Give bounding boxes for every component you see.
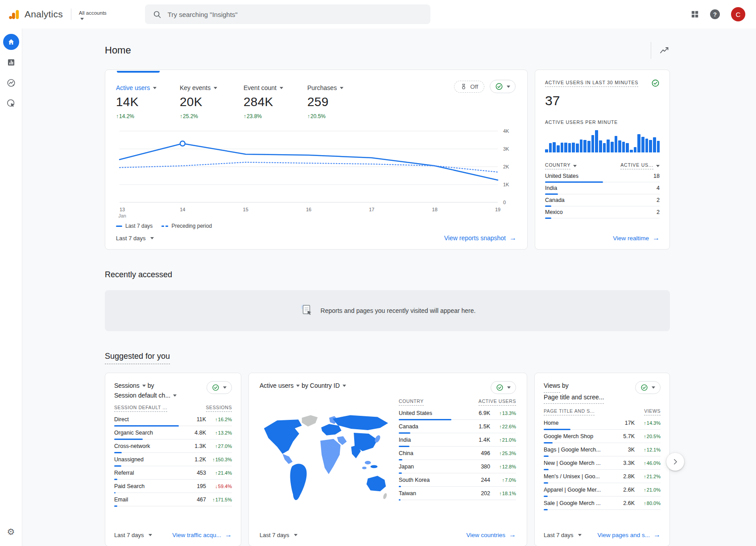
- data-quality-control[interactable]: [635, 381, 661, 394]
- table-row[interactable]: India 4: [545, 182, 660, 194]
- table-row[interactable]: Unassigned 1.2K 150.3%: [114, 453, 232, 466]
- metric-tab-purchases[interactable]: Purchases 259 20.5%: [307, 84, 371, 119]
- view-reports-snapshot-link[interactable]: View reports snapshot→: [444, 234, 516, 242]
- sidebar-item-advertising[interactable]: [3, 95, 19, 111]
- sidebar-item-home[interactable]: [3, 34, 19, 50]
- metric-tab-event-count[interactable]: Event count 284K 23.8%: [244, 84, 307, 119]
- metric-column-header[interactable]: ACTIVE USERS: [479, 398, 516, 406]
- row-label: Organic Search: [114, 430, 187, 436]
- table-row[interactable]: Email 467 171.5%: [114, 493, 232, 506]
- table-row[interactable]: Bags | Google Merch... 3K 12.1%: [544, 443, 661, 456]
- dimension-column-header[interactable]: PAGE TITLE AND S...: [544, 408, 595, 415]
- view-traffic-acquisition-link[interactable]: View traffic acqu...→: [172, 531, 232, 539]
- apps-grid-icon[interactable]: [691, 10, 699, 18]
- data-quality-control[interactable]: [207, 381, 232, 394]
- row-delta: 25.3%: [490, 451, 516, 456]
- table-row[interactable]: United States 6.9K 13.3%: [399, 406, 516, 420]
- sidebar-item-explore[interactable]: [3, 75, 19, 91]
- active-users-line-chart[interactable]: 01K2K3K4K13Jan141516171819: [116, 127, 516, 219]
- table-row[interactable]: Direct 11K 16.2%: [114, 413, 232, 426]
- row-value: 467: [187, 497, 206, 503]
- metric-delta: 25.2%: [180, 113, 244, 119]
- help-icon[interactable]: ?: [710, 9, 720, 19]
- minute-bar: [611, 142, 614, 152]
- page-header: Home: [105, 37, 670, 63]
- chevron-down-icon: [142, 385, 146, 387]
- view-countries-link[interactable]: View countries→: [466, 531, 516, 539]
- sidebar-item-admin[interactable]: ⚙: [3, 524, 19, 540]
- row-delta: 14.3%: [635, 420, 661, 426]
- table-row[interactable]: Mexico 2: [545, 206, 660, 218]
- avatar[interactable]: C: [731, 7, 745, 21]
- minute-bar: [641, 137, 644, 152]
- metric-column-header[interactable]: SESSIONS: [206, 405, 232, 412]
- dimension-selector[interactable]: Session default ch...: [114, 391, 177, 401]
- data-quality-control[interactable]: [490, 80, 516, 93]
- dimension-column-header[interactable]: COUNTRY: [399, 398, 424, 406]
- search-bar[interactable]: Try searching "Insights": [145, 4, 430, 24]
- metric-selector[interactable]: Active users: [260, 381, 300, 391]
- table-row[interactable]: Google Merch Shop 5.7K 20.5%: [544, 430, 661, 443]
- table-row[interactable]: Organic Search 4.8K 13.2%: [114, 426, 232, 439]
- date-range-selector[interactable]: Last 7 days: [260, 532, 297, 538]
- minute-bar: [637, 134, 640, 152]
- check-circle-icon[interactable]: [651, 79, 660, 87]
- solid-line-swatch: [116, 226, 122, 227]
- explore-icon: [6, 78, 16, 88]
- value-bar: [399, 499, 401, 501]
- table-row[interactable]: Home 17K 14.3%: [544, 416, 661, 430]
- active-users-column-header[interactable]: ACTIVE US...: [620, 162, 660, 169]
- table-row[interactable]: Taiwan 202 18.1%: [399, 487, 516, 500]
- dimension-column-header[interactable]: SESSION DEFAULT ...: [114, 405, 167, 412]
- date-range-selector[interactable]: Last 7 days: [544, 532, 582, 538]
- analytics-logo-icon[interactable]: [8, 8, 20, 21]
- svg-text:Jan: Jan: [118, 213, 126, 218]
- sidebar: ⚙: [0, 29, 22, 546]
- table-row[interactable]: Sale | Google Merch ... 2.6K 80.0%: [544, 497, 661, 510]
- table-row[interactable]: Referral 453 21.4%: [114, 466, 232, 480]
- metric-selector[interactable]: Sessions: [114, 381, 146, 391]
- realtime-title[interactable]: ACTIVE USERS IN LAST 30 MINUTES: [545, 80, 638, 87]
- row-label: United States: [545, 173, 641, 179]
- dimension-selector[interactable]: Country ID: [310, 381, 346, 391]
- sidebar-item-reports[interactable]: [3, 54, 19, 70]
- table-row[interactable]: Canada 2: [545, 194, 660, 206]
- table-row[interactable]: Japan 380 12.8%: [399, 460, 516, 473]
- date-range-selector[interactable]: Last 7 days: [116, 235, 154, 242]
- date-range-selector[interactable]: Last 7 days: [114, 532, 152, 538]
- metric-tab-key-events[interactable]: Key events 20K 25.2%: [180, 84, 244, 119]
- table-row[interactable]: Apparel | Google Mer... 2.6K 21.0%: [544, 483, 661, 497]
- table-row[interactable]: China 496 25.3%: [399, 447, 516, 460]
- view-realtime-link[interactable]: View realtime→: [613, 234, 660, 242]
- table-row[interactable]: Men's / Unisex | Goo... 2.8K 21.2%: [544, 470, 661, 483]
- value-bar: [114, 505, 117, 507]
- table-row[interactable]: India 1.4K 21.0%: [399, 433, 516, 447]
- world-map[interactable]: [260, 394, 392, 531]
- svg-text:14: 14: [180, 207, 185, 212]
- row-delta: 13.2%: [206, 430, 232, 435]
- row-label: Direct: [114, 416, 187, 423]
- table-row[interactable]: United States 18: [545, 170, 660, 182]
- metric-selector[interactable]: Views: [544, 381, 560, 393]
- table-row[interactable]: Cross-network 1.3K 27.0%: [114, 439, 232, 453]
- chevron-down-icon: [280, 87, 283, 89]
- row-delta: 150.3%: [206, 457, 232, 462]
- brand-name: Analytics: [25, 9, 63, 20]
- next-cards-button[interactable]: [666, 453, 684, 471]
- insights-icon[interactable]: [659, 45, 670, 56]
- table-row[interactable]: Canada 1.5K 22.6%: [399, 420, 516, 433]
- metric-column-header[interactable]: VIEWS: [644, 408, 661, 415]
- country-column-header[interactable]: COUNTRY: [545, 162, 577, 169]
- dimension-selector[interactable]: Page title and scree...: [544, 393, 604, 404]
- account-switcher[interactable]: All accounts: [79, 8, 107, 20]
- table-row[interactable]: Paid Search 195 59.4%: [114, 480, 232, 493]
- table-row[interactable]: South Korea 244 7.0%: [399, 473, 516, 487]
- data-quality-control[interactable]: [491, 381, 516, 394]
- realtime-country-table: United States 18 India 4 Canada 2: [545, 170, 660, 218]
- view-pages-and-screens-link[interactable]: View pages and s...→: [597, 531, 661, 539]
- minute-bar: [615, 136, 618, 153]
- table-row[interactable]: New | Google Merch ... 3.3K 46.0%: [544, 456, 661, 470]
- legend-label: Last 7 days: [125, 223, 153, 229]
- metric-tab-active-users[interactable]: Active users 14K 14.2%: [116, 84, 180, 119]
- insights-off-toggle[interactable]: Off: [454, 81, 484, 93]
